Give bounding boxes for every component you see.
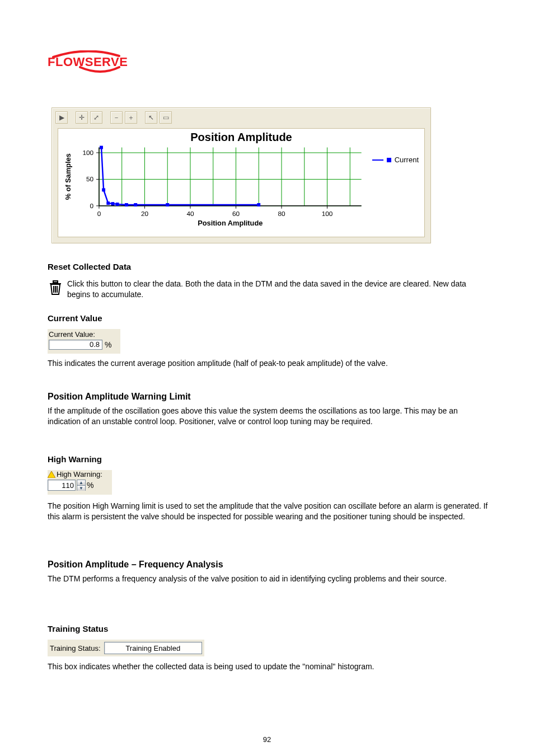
- svg-rect-41: [116, 203, 119, 206]
- high-warning-subheading: High Warning: [48, 454, 102, 464]
- zoom-region-button[interactable]: ⤢: [90, 111, 102, 124]
- svg-text:Position Amplitude: Position Amplitude: [198, 219, 263, 227]
- flowserve-logo: FLOWSERVE: [48, 50, 123, 74]
- warning-limit-heading: Position Amplitude Warning Limit: [48, 392, 191, 402]
- zoom-in-button[interactable]: ＋: [125, 111, 137, 124]
- current-value-widget: Current Value: 0.8 %: [48, 329, 120, 354]
- svg-marker-51: [48, 471, 55, 478]
- trash-icon: [49, 280, 62, 295]
- pointer-button[interactable]: ↖: [145, 111, 157, 124]
- svg-rect-40: [111, 202, 114, 205]
- pan-button[interactable]: ✛: [76, 111, 88, 124]
- current-value-label: Current Value:: [48, 329, 120, 339]
- high-warning-body: The position High Warning limit is used …: [48, 501, 490, 522]
- svg-text:60: 60: [232, 210, 240, 218]
- current-value-body: This indicates the current average posit…: [48, 358, 487, 369]
- training-status-label: Training Status:: [50, 644, 101, 652]
- svg-text:50: 50: [86, 175, 94, 183]
- reset-icon-wrap: [48, 279, 63, 297]
- training-status-field: Training Enabled: [104, 642, 202, 654]
- svg-text:% of Samples: % of Samples: [64, 153, 72, 200]
- svg-rect-38: [102, 188, 105, 191]
- training-status-heading: Training Status: [48, 624, 108, 633]
- svg-rect-43: [134, 203, 137, 206]
- freq-analysis-heading: Position Amplitude – Frequency Analysis: [48, 560, 223, 570]
- current-value-heading: Current Value: [48, 313, 102, 323]
- high-warning-unit: %: [87, 481, 93, 490]
- warning-triangle-icon: [48, 471, 55, 478]
- training-status-widget: Training Status: Training Enabled: [48, 640, 204, 656]
- warning-limit-p1: If the amplitude of the oscillation goes…: [48, 406, 490, 427]
- svg-rect-44: [166, 203, 169, 206]
- svg-rect-47: [53, 281, 58, 283]
- reset-view-button[interactable]: ▭: [160, 111, 172, 124]
- current-value-field: 0.8: [49, 340, 102, 350]
- page-number: 92: [0, 735, 534, 744]
- reset-heading: Reset Collected Data: [48, 262, 131, 271]
- svg-text:100: 100: [322, 210, 333, 218]
- high-warning-label: High Warning:: [57, 470, 102, 478]
- spinner-down-icon[interactable]: ▼: [77, 485, 85, 491]
- svg-text:20: 20: [141, 210, 149, 218]
- svg-text:40: 40: [186, 210, 194, 218]
- legend-label: Current: [395, 156, 419, 164]
- svg-text:80: 80: [278, 210, 285, 218]
- svg-rect-45: [257, 203, 260, 206]
- svg-text:0: 0: [90, 202, 94, 210]
- high-warning-widget: High Warning: ▲ ▼ %: [48, 470, 112, 495]
- toolbar-collapse-button[interactable]: ▶: [55, 111, 68, 124]
- svg-rect-39: [106, 201, 110, 205]
- chart-svg: 020406080100050100Position Amplitude% of…: [58, 129, 424, 237]
- svg-text:0: 0: [97, 210, 101, 218]
- legend-line-icon: [372, 159, 383, 161]
- zoom-out-button[interactable]: －: [110, 111, 123, 124]
- chart-legend: Current: [372, 156, 419, 164]
- legend-marker-icon: [387, 158, 391, 162]
- training-status-body: This box indicates whether the collected…: [48, 661, 490, 672]
- spinner-up-icon[interactable]: ▲: [77, 480, 85, 485]
- high-warning-input[interactable]: [48, 480, 76, 491]
- svg-rect-37: [100, 146, 103, 149]
- freq-analysis-body: The DTM performs a frequency analysis of…: [48, 574, 490, 584]
- chart-area: Position Amplitude 020406080100050100Pos…: [58, 128, 425, 237]
- current-value-unit: %: [105, 340, 111, 349]
- reset-body: Click this button to clear the data. Bot…: [67, 279, 487, 300]
- high-warning-spinner[interactable]: ▲ ▼: [77, 480, 86, 491]
- svg-rect-42: [125, 203, 128, 206]
- chart-panel: ▶ ✛ ⤢ － ＋ ↖ ▭ Position Amplitude 0204060…: [51, 107, 431, 243]
- svg-text:100: 100: [82, 149, 93, 157]
- chart-toolbar: ▶ ✛ ⤢ － ＋ ↖ ▭: [55, 111, 172, 124]
- logo-text: FLOWSERVE: [48, 57, 123, 67]
